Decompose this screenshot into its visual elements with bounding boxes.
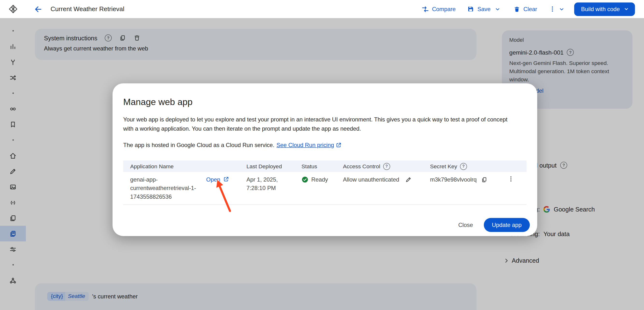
compare-button[interactable]: Compare (421, 5, 456, 13)
update-app-button[interactable]: Update app (484, 218, 530, 232)
manage-web-app-dialog: Manage web app Your web app is deployed … (112, 83, 537, 236)
chevron-down-icon (494, 5, 501, 12)
external-link-icon (223, 176, 230, 182)
save-button[interactable]: Save (467, 5, 490, 13)
external-link-icon (336, 142, 342, 148)
status-text: Ready (311, 175, 328, 184)
chevron-down-icon (623, 6, 630, 12)
topbar-actions: Compare Save Clear (421, 2, 635, 16)
more-vert-icon (548, 5, 556, 13)
table-row: genai-app-currentweatherretrieval-1-1743… (123, 172, 526, 205)
help-icon[interactable] (460, 163, 467, 170)
more-dropdown-button[interactable] (558, 5, 565, 12)
status-ready-icon (302, 176, 308, 183)
copy-icon[interactable] (481, 176, 487, 183)
build-with-code-button[interactable]: Build with code (574, 2, 635, 16)
edit-pencil-icon[interactable] (405, 176, 412, 183)
dialog-title: Manage web app (123, 97, 526, 107)
app-logo[interactable] (0, 4, 26, 14)
col-status: Status (302, 163, 317, 169)
table-header-row: Application Name Last Deployed Status Ac… (123, 161, 526, 172)
chevron-down-icon (558, 5, 565, 12)
clear-button[interactable]: Clear (514, 5, 537, 12)
col-access-control: Access Control (343, 163, 380, 169)
page-title: Current Weather Retrieval (50, 5, 124, 13)
help-icon[interactable] (383, 163, 390, 170)
dialog-hosting-text: The app is hosted in Google Cloud as a C… (123, 142, 274, 148)
last-deployed-text: Apr 1, 2025, 7:28:10 PM (246, 176, 278, 191)
access-control-text: Allow unauthenticated (343, 175, 399, 184)
save-label: Save (477, 6, 490, 12)
col-application-name: Application Name (130, 163, 174, 169)
web-app-table: Application Name Last Deployed Status Ac… (123, 161, 526, 205)
app-logo-icon (8, 4, 18, 14)
dialog-body-text: Your web app is deployed to let you expl… (123, 115, 518, 133)
cloud-run-pricing-link[interactable]: See Cloud Run pricing (276, 142, 342, 148)
col-secret-key: Secret Key (430, 163, 457, 169)
cloud-run-pricing-label: See Cloud Run pricing (276, 142, 334, 148)
compare-label: Compare (432, 6, 456, 12)
app-name-text: genai-app-currentweatherretrieval-1-1743… (130, 175, 206, 201)
open-label: Open (206, 175, 220, 184)
back-button[interactable] (34, 5, 43, 13)
more-actions-button[interactable] (548, 5, 556, 13)
col-last-deployed: Last Deployed (246, 163, 282, 169)
app-window: Current Weather Retrieval Compare Save (0, 0, 644, 310)
close-button[interactable]: Close (451, 219, 480, 232)
more-vert-icon (507, 175, 514, 183)
save-dropdown-button[interactable] (494, 5, 501, 12)
topbar: Current Weather Retrieval Compare Save (0, 0, 644, 18)
trash-icon (514, 5, 520, 12)
row-menu-button[interactable] (507, 175, 514, 183)
compare-icon (421, 5, 429, 13)
build-with-code-label: Build with code (581, 6, 620, 12)
secret-key-text: m3k79e98vlvoolrq (430, 175, 476, 184)
save-icon (467, 5, 475, 13)
open-app-link[interactable]: Open (206, 175, 230, 201)
back-arrow-icon (34, 5, 43, 13)
clear-label: Clear (524, 6, 537, 12)
